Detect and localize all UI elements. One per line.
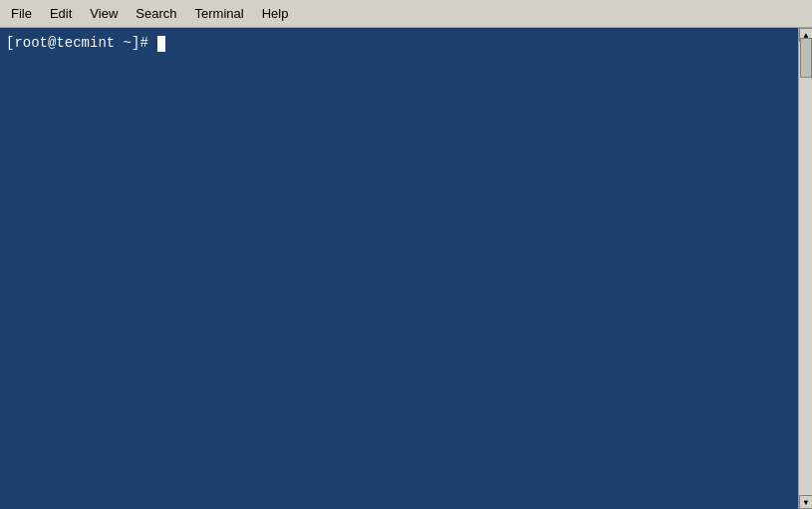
menubar: File Edit View Search Terminal Help [0, 0, 812, 28]
scrollbar-down-button[interactable]: ▼ [799, 495, 812, 509]
menu-terminal[interactable]: Terminal [186, 3, 253, 25]
menu-view[interactable]: View [81, 3, 127, 25]
menu-file[interactable]: File [2, 3, 41, 25]
terminal-prompt: [root@tecmint ~]# [6, 34, 156, 54]
menu-edit[interactable]: Edit [41, 3, 81, 25]
terminal-area[interactable]: [root@tecmint ~]# ▲ ▼ [0, 28, 812, 509]
menu-search[interactable]: Search [127, 3, 185, 25]
scrollbar-thumb[interactable] [800, 38, 812, 78]
terminal-prompt-line: [root@tecmint ~]# [6, 34, 806, 54]
menu-help[interactable]: Help [253, 3, 298, 25]
scrollbar[interactable]: ▲ ▼ [798, 28, 812, 509]
terminal-cursor [157, 36, 165, 52]
